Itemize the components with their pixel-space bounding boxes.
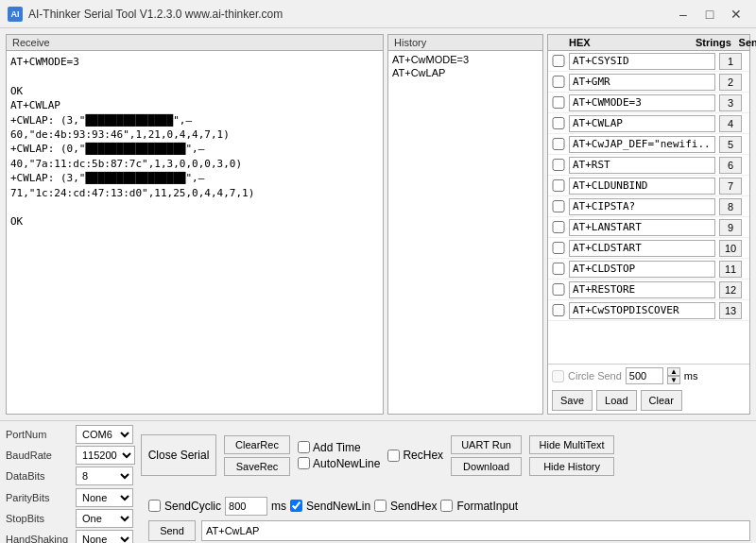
receive-textarea[interactable]: AT+CWMODE=3 OK AT+CWLAP +CWLAP: (3,"████… — [7, 51, 383, 414]
send-text-input[interactable] — [201, 520, 750, 541]
send-row: Send — [148, 520, 750, 541]
mt-row: 10 — [548, 238, 749, 259]
mt-col-strings-label: Strings — [696, 37, 733, 48]
mt-row-input[interactable] — [569, 74, 715, 91]
mt-row: 4 — [548, 113, 749, 134]
uart-download-btns: UART Run Download — [451, 435, 522, 476]
close-button[interactable]: ✕ — [724, 4, 748, 25]
mt-row-send-button[interactable]: 2 — [719, 74, 742, 91]
mt-load-button[interactable]: Load — [596, 390, 636, 411]
hide-multitext-button[interactable]: Hide MultiText — [529, 435, 614, 454]
mt-row-checkbox[interactable] — [552, 242, 565, 254]
databits-row: DataBits 8 — [6, 467, 133, 485]
mt-row: 12 — [548, 280, 749, 300]
stopbits-select[interactable]: One — [76, 509, 133, 528]
close-serial-button[interactable]: Close Serial — [141, 434, 216, 476]
history-item: AT+CwLAP — [390, 66, 541, 79]
mt-row-input[interactable] — [569, 178, 715, 195]
mt-row-send-button[interactable]: 12 — [719, 281, 742, 298]
mt-row-send-button[interactable]: 4 — [719, 115, 742, 132]
send-cyclic-checkbox[interactable] — [148, 500, 161, 512]
mt-row-checkbox[interactable] — [552, 221, 565, 233]
controls-row2: ParityBits None StopBits One HandShaking… — [6, 488, 750, 543]
circle-send-input[interactable] — [626, 367, 663, 384]
receive-panel: Receive AT+CWMODE=3 OK AT+CWLAP +CWLAP: … — [6, 34, 384, 415]
baudrate-select[interactable]: 115200 — [76, 446, 135, 465]
mt-row-send-button[interactable]: 13 — [719, 302, 742, 319]
mt-row: 3 — [548, 93, 749, 113]
mt-row-send-button[interactable]: 6 — [719, 157, 742, 174]
mt-row-checkbox[interactable] — [552, 179, 565, 192]
mt-row-send-button[interactable]: 8 — [719, 198, 742, 215]
mt-row-checkbox[interactable] — [552, 263, 565, 275]
maximize-button[interactable]: □ — [697, 4, 722, 25]
mt-row-checkbox[interactable] — [552, 304, 565, 316]
databits-label: DataBits — [6, 470, 72, 482]
multitext-rows: 12345678910111213 — [548, 51, 749, 364]
mt-col-send-label: Send — [737, 37, 756, 48]
databits-select[interactable]: 8 — [76, 467, 133, 485]
mt-row-send-button[interactable]: 10 — [719, 240, 742, 257]
mt-row-send-button[interactable]: 1 — [719, 53, 742, 70]
handshaking-row: HandShaking None — [6, 530, 133, 543]
mt-row-send-button[interactable]: 7 — [719, 178, 742, 195]
mt-clear-button[interactable]: Clear — [641, 390, 682, 411]
uart-run-button[interactable]: UART Run — [451, 435, 522, 454]
circle-send-up[interactable]: ▲ — [667, 367, 680, 376]
add-time-checkbox[interactable] — [298, 441, 310, 453]
mt-row-input[interactable] — [569, 53, 715, 70]
mt-row-checkbox[interactable] — [552, 117, 565, 129]
mt-row-input[interactable] — [569, 261, 715, 278]
save-rec-button[interactable]: SaveRec — [224, 457, 290, 476]
app-title: AI-Thinker Serial Tool V1.2.3.0 www.ai-t… — [28, 8, 283, 21]
mt-row-checkbox[interactable] — [552, 138, 565, 150]
mt-row-input[interactable] — [569, 240, 715, 257]
circle-send-label: Circle Send — [568, 370, 622, 382]
mt-row-checkbox[interactable] — [552, 159, 565, 171]
stopbits-row: StopBits One — [6, 509, 133, 528]
mt-row-input[interactable] — [569, 198, 715, 215]
send-button[interactable]: Send — [148, 520, 196, 541]
port-settings2: ParityBits None StopBits One HandShaking… — [6, 488, 133, 543]
minimize-button[interactable]: – — [671, 4, 696, 25]
mt-row-input[interactable] — [569, 157, 715, 174]
mt-save-button[interactable]: Save — [552, 390, 593, 411]
download-button[interactable]: Download — [451, 457, 522, 476]
mt-row: 1 — [548, 51, 749, 72]
send-newline-checkbox[interactable] — [290, 500, 302, 512]
mt-row-input[interactable] — [569, 115, 715, 132]
mt-row-send-button[interactable]: 3 — [719, 94, 742, 111]
hide-history-button[interactable]: Hide History — [529, 457, 614, 476]
mt-row-input[interactable] — [569, 94, 715, 111]
circle-send-down[interactable]: ▼ — [667, 376, 680, 384]
cyclic-input[interactable] — [225, 497, 267, 516]
mt-row: 13 — [548, 300, 749, 321]
format-input-checkbox[interactable] — [440, 500, 453, 512]
mt-row-input[interactable] — [569, 219, 715, 236]
mt-row-checkbox[interactable] — [552, 200, 565, 212]
mt-row-input[interactable] — [569, 136, 715, 153]
mt-row-send-button[interactable]: 11 — [719, 261, 742, 278]
paritybits-select[interactable]: None — [76, 488, 133, 507]
mt-row-checkbox[interactable] — [552, 55, 565, 67]
checkboxes-col: Add Time AutoNewLine — [298, 441, 380, 470]
history-header: History — [388, 35, 542, 51]
send-hex-checkbox[interactable] — [374, 500, 387, 512]
mt-row-send-button[interactable]: 5 — [719, 136, 742, 153]
mt-row-checkbox[interactable] — [552, 96, 565, 109]
circle-send-checkbox[interactable] — [552, 370, 564, 382]
history-item: AT+CwMODE=3 — [390, 53, 541, 66]
portnum-select[interactable]: COM6 — [76, 425, 133, 444]
auto-newline-checkbox[interactable] — [298, 457, 310, 469]
mt-row-checkbox[interactable] — [552, 283, 565, 296]
clear-rec-button[interactable]: ClearRec — [224, 435, 290, 454]
format-input-label: FormatInput — [456, 500, 518, 513]
mt-row-input[interactable] — [569, 302, 715, 319]
send-cyclic-row: SendCyclic ms SendNewLin SendHex FormatI… — [148, 497, 750, 516]
mt-row-checkbox[interactable] — [552, 76, 565, 88]
mt-row-send-button[interactable]: 9 — [719, 219, 742, 236]
mt-row: 9 — [548, 217, 749, 238]
mt-row-input[interactable] — [569, 281, 715, 298]
handshaking-select[interactable]: None — [76, 530, 133, 543]
rechex-checkbox[interactable] — [387, 450, 400, 462]
